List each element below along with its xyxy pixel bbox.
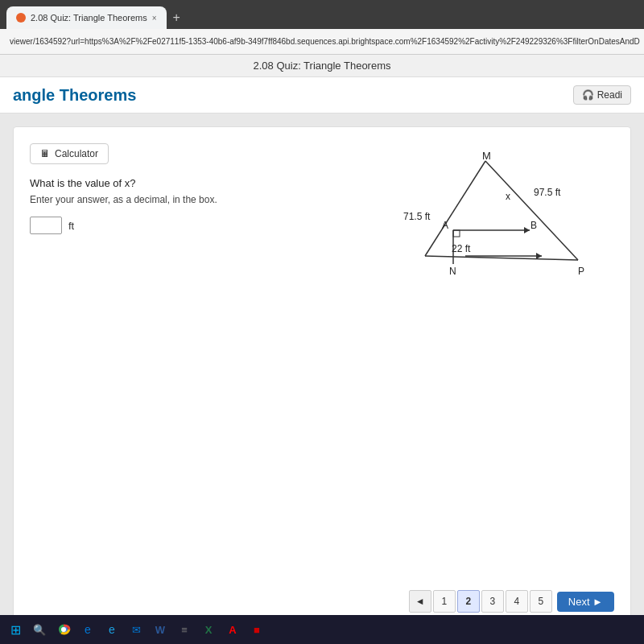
triangle-svg: M x 97.5 ft 71.5 ft A B 22 ft N P — [381, 151, 606, 312]
page-title: 2.08 Quiz: Triangle Theorems — [253, 60, 390, 72]
browser-chrome: 2.08 Quiz: Triangle Theorems × + — [0, 0, 644, 29]
answer-unit: ft — [68, 220, 74, 232]
page-title-bar: 2.08 Quiz: Triangle Theorems — [0, 55, 644, 77]
svg-line-0 — [425, 161, 485, 256]
windows-start-icon[interactable]: ⊞ — [5, 619, 26, 640]
svg-rect-8 — [453, 230, 460, 237]
page-4-label: 4 — [514, 596, 519, 607]
svg-marker-6 — [536, 253, 542, 259]
taskbar-ie-icon[interactable]: e — [101, 619, 122, 640]
svg-marker-4 — [524, 227, 530, 233]
label-P: P — [578, 266, 584, 277]
content-header-title: angle Theorems — [13, 86, 136, 105]
taskbar: ⊞ 🔍 e e ✉ W ≡ X A ■ — [0, 615, 644, 644]
quiz-content: 🖩 Calculator What is the value of x? Ent… — [13, 126, 631, 630]
page-5-label: 5 — [538, 596, 543, 607]
page-btn-4[interactable]: 4 — [506, 590, 528, 613]
triangle-diagram: M x 97.5 ft 71.5 ft A B 22 ft N P — [381, 151, 606, 312]
taskbar-other-icon[interactable]: ■ — [246, 619, 267, 640]
next-label: Next ► — [568, 596, 603, 608]
tab-favicon — [16, 13, 26, 23]
next-button[interactable]: Next ► — [557, 592, 614, 612]
label-M: M — [482, 151, 491, 162]
new-tab-btn[interactable]: + — [167, 6, 187, 29]
address-bar[interactable]: viewer/1634592?url=https%3A%2F%2Fe02711f… — [0, 29, 644, 55]
taskbar-excel-icon[interactable]: X — [198, 619, 219, 640]
main-area: angle Theorems 🎧 Readi 🖩 Calculator What… — [0, 77, 644, 642]
page-btn-5[interactable]: 5 — [530, 590, 552, 613]
page-2-label: 2 — [465, 596, 471, 607]
page-1-label: 1 — [441, 596, 447, 607]
active-tab[interactable]: 2.08 Quiz: Triangle Theorems × — [6, 6, 167, 29]
label-22: 22 ft — [452, 243, 471, 254]
svg-point-10 — [61, 627, 66, 632]
label-975: 97.5 ft — [534, 187, 561, 198]
svg-line-1 — [485, 161, 578, 260]
calculator-icon: 🖩 — [40, 148, 50, 159]
address-url: viewer/1634592?url=https%3A%2F%2Fe02711f… — [10, 37, 640, 46]
page-btn-2[interactable]: 2 — [457, 590, 480, 613]
label-715: 71.5 ft — [403, 211, 431, 222]
taskbar-outlook-icon[interactable]: ✉ — [126, 619, 147, 640]
page-3-label: 3 — [489, 596, 495, 607]
pagination: ◄ 1 2 3 4 5 Next ► — [409, 590, 614, 613]
tab-bar: 2.08 Quiz: Triangle Theorems × + — [6, 0, 187, 29]
page-btn-3[interactable]: 3 — [481, 590, 504, 613]
calculator-button[interactable]: 🖩 Calculator — [30, 143, 109, 164]
label-A: A — [442, 220, 448, 231]
taskbar-chrome-icon[interactable] — [53, 619, 74, 640]
taskbar-calc-icon[interactable]: ≡ — [174, 619, 195, 640]
prev-page-btn[interactable]: ◄ — [409, 590, 431, 613]
prev-icon: ◄ — [415, 596, 425, 607]
label-N: N — [449, 266, 456, 277]
taskbar-adobe-icon[interactable]: A — [222, 619, 243, 640]
tab-label: 2.08 Quiz: Triangle Theorems — [31, 13, 147, 23]
reading-button[interactable]: 🎧 Readi — [573, 85, 631, 105]
taskbar-edge-icon[interactable]: e — [77, 619, 98, 640]
headphone-icon: 🎧 — [582, 89, 594, 101]
answer-input[interactable] — [30, 217, 62, 234]
taskbar-search-icon[interactable]: 🔍 — [29, 619, 50, 640]
label-x: x — [506, 191, 510, 202]
content-header: angle Theorems 🎧 Readi — [0, 77, 644, 114]
page-btn-1[interactable]: 1 — [433, 590, 456, 613]
taskbar-word-icon[interactable]: W — [150, 619, 171, 640]
calculator-btn-label: Calculator — [55, 148, 98, 159]
tab-close-btn[interactable]: × — [152, 14, 157, 23]
reading-btn-label: Readi — [597, 89, 622, 101]
label-B: B — [530, 220, 537, 231]
